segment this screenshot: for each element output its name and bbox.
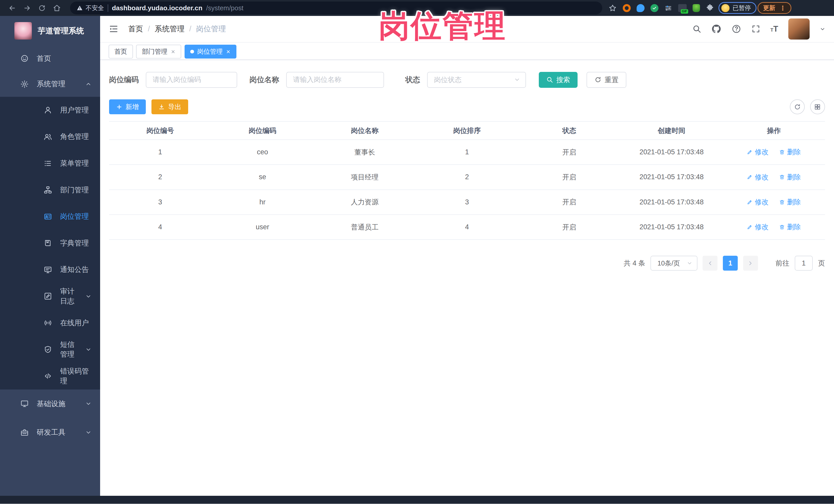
reset-button[interactable]: 重置	[587, 72, 626, 88]
app-logo[interactable]: 芋道管理系统	[0, 16, 100, 46]
extension-icon-check[interactable]	[651, 4, 658, 12]
next-page-button[interactable]	[743, 256, 758, 270]
profile-paused-badge[interactable]: 已暂停	[719, 2, 756, 14]
browser-back-button[interactable]	[5, 2, 19, 14]
trash-icon	[779, 149, 785, 155]
browser-reload-button[interactable]	[35, 2, 49, 14]
sidebar-item-notice[interactable]: 通知公告	[0, 257, 100, 283]
sidebar-collapse-button[interactable]	[109, 24, 118, 34]
user-icon	[44, 106, 52, 114]
extension-icon-orange[interactable]	[623, 4, 631, 12]
close-icon[interactable]	[171, 49, 176, 54]
trash-icon	[779, 174, 785, 180]
table-row[interactable]: 2 se 项目经理 2 开启 2021-01-05 17:03:48 修改 删除	[109, 165, 825, 190]
sidebar-item-departments[interactable]: 部门管理	[0, 177, 100, 203]
site-security-chip[interactable]: 不安全	[76, 4, 104, 12]
search-button[interactable]: 搜索	[539, 72, 577, 88]
page-size-select[interactable]: 10条/页	[651, 256, 697, 270]
delete-link[interactable]: 删除	[779, 173, 801, 182]
col-status: 状态	[518, 122, 620, 139]
browser-update-button[interactable]: 更新 ⋮	[758, 2, 791, 14]
goto-label: 前往	[775, 259, 789, 268]
sidebar-item-home[interactable]: 首页	[0, 46, 100, 71]
table-row[interactable]: 1 ceo 董事长 1 开启 2021-01-05 17:03:48 修改 删除	[109, 140, 825, 165]
delete-link[interactable]: 删除	[779, 147, 801, 157]
edit-link[interactable]: 修改	[747, 147, 769, 157]
avatar[interactable]	[788, 19, 810, 40]
export-button[interactable]: 导出	[151, 100, 188, 114]
sidebar-item-roles[interactable]: 角色管理	[0, 124, 100, 150]
signal-icon	[44, 319, 52, 327]
sidebar-item-sms[interactable]: 短信管理	[0, 336, 100, 363]
help-icon[interactable]	[731, 24, 741, 34]
chevron-left-icon	[707, 260, 714, 266]
fullscreen-icon[interactable]	[751, 24, 760, 34]
url-path: /system/post	[206, 4, 243, 12]
extension-icon-gif[interactable]: GIF	[678, 4, 687, 12]
edit-link[interactable]: 修改	[747, 222, 769, 232]
edit-link[interactable]: 修改	[747, 173, 769, 182]
announcement-board-icon	[44, 265, 52, 274]
sidebar-item-audit-log[interactable]: 审计日志	[0, 283, 100, 310]
delete-link[interactable]: 删除	[779, 197, 801, 207]
book-icon	[44, 239, 52, 247]
sidebar-item-users[interactable]: 用户管理	[0, 97, 100, 124]
close-icon[interactable]	[226, 49, 231, 54]
page-content: 岗位编码 岗位名称 状态 岗位状态 搜索 重置	[100, 60, 834, 504]
sidebar-item-infrastructure[interactable]: 基础设施	[0, 390, 100, 418]
github-icon[interactable]	[711, 24, 721, 34]
tab-departments[interactable]: 部门管理	[136, 45, 181, 59]
font-size-icon[interactable]: TT	[770, 25, 778, 33]
caret-down-icon[interactable]	[820, 26, 826, 32]
status-select[interactable]: 岗位状态	[427, 72, 526, 88]
sidebar-item-dict[interactable]: 字典管理	[0, 230, 100, 257]
browser-home-button[interactable]	[50, 2, 64, 14]
sidebar-item-dev-tools[interactable]: 研发工具	[0, 418, 100, 447]
extension-icon-plant[interactable]	[693, 4, 700, 12]
table-toolbar: 新增 导出	[109, 100, 825, 114]
goto-page-input[interactable]	[795, 256, 813, 270]
post-code-input[interactable]	[146, 72, 237, 88]
sidebar-item-online-users[interactable]: 在线用户	[0, 310, 100, 336]
search-icon[interactable]	[692, 24, 701, 34]
table-row[interactable]: 4 user 普通员工 4 开启 2021-01-05 17:03:48 修改 …	[109, 215, 825, 240]
breadcrumb-current: 岗位管理	[196, 24, 226, 34]
add-button[interactable]: 新增	[109, 100, 146, 114]
app-title: 芋道管理系统	[38, 26, 84, 36]
sidebar-item-error-codes[interactable]: 错误码管理	[0, 363, 100, 390]
edit-link[interactable]: 修改	[747, 197, 769, 207]
search-icon	[546, 76, 553, 83]
delete-link[interactable]: 删除	[779, 222, 801, 232]
browser-menu-icon[interactable]: ⋮	[780, 4, 786, 12]
refresh-icon	[794, 104, 801, 110]
column-settings-button[interactable]	[810, 100, 825, 114]
sidebar-item-posts[interactable]: 岗位管理	[0, 203, 100, 230]
toolbox-icon	[20, 428, 29, 437]
status-text: 开启	[518, 215, 620, 240]
profile-emoji-icon	[721, 4, 729, 12]
tab-home[interactable]: 首页	[109, 45, 133, 59]
pencil-icon	[747, 199, 753, 205]
bookmark-star-icon[interactable]	[608, 4, 617, 12]
breadcrumb-system[interactable]: 系统管理	[155, 24, 184, 34]
shield-icon	[44, 345, 52, 354]
current-page-button[interactable]: 1	[723, 256, 738, 270]
refresh-icon	[594, 76, 601, 83]
tab-posts[interactable]: 岗位管理	[184, 45, 237, 59]
extension-icon-sliders[interactable]	[664, 4, 672, 12]
chevron-down-icon	[85, 429, 92, 436]
prev-page-button[interactable]	[703, 256, 718, 270]
extension-icon-pin[interactable]	[637, 4, 644, 12]
page-unit-label: 页	[818, 259, 825, 268]
sidebar-item-menus[interactable]: 菜单管理	[0, 150, 100, 177]
refresh-table-button[interactable]	[790, 100, 805, 114]
table-row[interactable]: 3 hr 人力资源 3 开启 2021-01-05 17:03:48 修改 删除	[109, 190, 825, 215]
sidebar-item-system[interactable]: 系统管理	[0, 71, 100, 97]
status-text: 开启	[518, 165, 620, 190]
extensions-puzzle-icon[interactable]	[706, 4, 714, 12]
post-name-input[interactable]	[286, 72, 384, 88]
breadcrumb-home[interactable]: 首页	[128, 24, 143, 34]
address-bar[interactable]: 不安全 dashboard.yudao.iocoder.cn /system/p…	[70, 2, 602, 14]
browser-forward-button[interactable]	[20, 2, 34, 14]
code-icon	[44, 372, 52, 380]
